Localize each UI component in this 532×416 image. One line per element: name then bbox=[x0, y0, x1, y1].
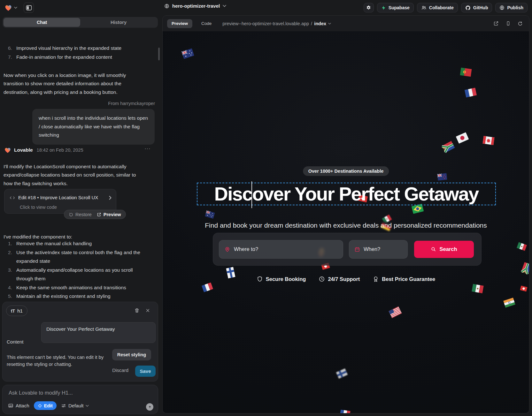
chat-thread: 6.Improved visual hierarchy in the expan… bbox=[0, 28, 160, 302]
sidebar-toggle-button[interactable] bbox=[24, 3, 34, 13]
hero-section: Over 1000+ Destinations Available Discov… bbox=[163, 31, 529, 413]
preview-viewport: Over 1000+ Destinations Available Discov… bbox=[163, 31, 529, 413]
styling-note: This element can't be styled. You can ed… bbox=[7, 354, 114, 368]
delete-element-button[interactable] bbox=[132, 306, 141, 315]
code-icon bbox=[10, 196, 15, 200]
supabase-button[interactable]: Supabase bbox=[377, 3, 414, 12]
composer-input[interactable] bbox=[8, 390, 149, 396]
search-card: Where to? When? Search bbox=[213, 233, 482, 266]
close-icon bbox=[145, 308, 150, 313]
logo-chevron-icon[interactable] bbox=[14, 7, 17, 9]
user-message-from: From harrymckayroper bbox=[108, 99, 155, 108]
feature-secure-booking: Secure Booking bbox=[257, 276, 306, 282]
topbar: hero-optimizer-travel Supabase bbox=[0, 0, 532, 15]
github-label: GitHub bbox=[473, 5, 488, 10]
feature-best-price: Best Price Guarantee bbox=[373, 276, 435, 282]
close-editor-button[interactable] bbox=[143, 306, 152, 315]
preview-url[interactable]: preview--hero-optimizer-travel.lovable.a… bbox=[222, 21, 331, 26]
collaborate-button[interactable]: Collaborate bbox=[417, 3, 458, 12]
chat-sidebar: Chat History 6.Improved visual hierarchy… bbox=[0, 15, 160, 416]
send-button[interactable] bbox=[146, 403, 153, 411]
message-menu-button[interactable]: ... bbox=[145, 143, 151, 152]
list-item: 5.Maintain all the existing content and … bbox=[8, 292, 149, 301]
github-button[interactable]: GitHub bbox=[461, 3, 492, 12]
chat-list-top: 6.Improved visual hierarchy in the expan… bbox=[8, 44, 149, 61]
chat-scrollbar[interactable] bbox=[158, 48, 160, 60]
calendar-icon bbox=[354, 246, 360, 252]
assistant-paragraph: Now when you click on a location image, … bbox=[4, 71, 141, 97]
list-item: 6.Improved visual hierarchy in the expan… bbox=[8, 44, 149, 53]
globe-icon bbox=[499, 5, 505, 10]
publish-label: Publish bbox=[507, 5, 523, 10]
feature-label: 24/7 Support bbox=[328, 276, 360, 282]
search-label: Search bbox=[439, 246, 457, 252]
assistant-paragraph: I'll modify the LocationScroll component… bbox=[4, 163, 141, 188]
tab-chat[interactable]: Chat bbox=[4, 18, 80, 27]
preview-panel: Preview Code preview--hero-optimizer-tra… bbox=[162, 15, 529, 413]
reset-styling-button[interactable]: Reset styling bbox=[112, 349, 151, 360]
settings-button[interactable] bbox=[364, 3, 374, 12]
open-in-new-tab-button[interactable] bbox=[493, 21, 499, 26]
preview-toolbar: Preview Code preview--hero-optimizer-tra… bbox=[163, 16, 529, 31]
save-button[interactable]: Save bbox=[135, 366, 156, 377]
lovable-heart-icon bbox=[4, 147, 11, 153]
supabase-bolt-icon bbox=[381, 5, 386, 10]
assistant-timestamp: 18:42 on Feb 20, 2025 bbox=[37, 146, 83, 155]
when-input[interactable]: When? bbox=[349, 240, 408, 259]
chevron-down-icon bbox=[328, 23, 331, 25]
chat-list-bottom: 1.Remove the manual click handling2.Use … bbox=[8, 239, 149, 301]
image-icon bbox=[8, 403, 13, 408]
edit-card-subtitle: Click to view code bbox=[20, 203, 57, 212]
where-to-input[interactable]: Where to? bbox=[219, 240, 343, 259]
hero-heading[interactable]: Discover Your Perfect Getaway bbox=[197, 183, 495, 205]
preview-code-button[interactable]: Preview bbox=[97, 212, 121, 217]
target-icon bbox=[38, 404, 42, 408]
text-caret bbox=[251, 181, 252, 208]
chevron-down-icon bbox=[86, 405, 89, 407]
attach-button[interactable]: Attach bbox=[8, 403, 29, 408]
chevron-right-icon bbox=[109, 196, 112, 200]
project-menu[interactable]: hero-optimizer-travel bbox=[164, 3, 226, 9]
preview-label: Preview bbox=[104, 212, 121, 217]
restore-icon bbox=[69, 212, 73, 217]
sliders-icon bbox=[61, 403, 66, 408]
gear-icon bbox=[366, 5, 371, 11]
assistant-name: Lovable bbox=[14, 146, 33, 155]
phone-icon bbox=[506, 21, 511, 26]
search-button[interactable]: Search bbox=[414, 241, 474, 258]
selected-element-outline[interactable]: Discover Your Perfect Getaway bbox=[197, 183, 496, 205]
github-icon bbox=[465, 5, 471, 11]
element-tag-label: h1 bbox=[17, 308, 23, 314]
publish-button[interactable]: Publish bbox=[495, 3, 528, 12]
edit-mode-button[interactable]: Edit bbox=[34, 401, 57, 410]
restore-button[interactable]: Restore bbox=[69, 212, 92, 217]
lovable-logo-icon[interactable] bbox=[4, 4, 12, 11]
clock-icon bbox=[319, 276, 325, 282]
feature-row: Secure Booking 24/7 Support Best Price G… bbox=[163, 276, 529, 282]
content-label: Content bbox=[7, 339, 24, 344]
tab-code[interactable]: Code bbox=[199, 21, 213, 26]
model-default-label: Default bbox=[68, 403, 84, 408]
url-separator: / bbox=[311, 21, 312, 26]
discard-button[interactable]: Discard bbox=[110, 367, 130, 373]
url-path: index bbox=[314, 21, 326, 26]
external-link-icon bbox=[97, 212, 101, 217]
lovable-app: hero-optimizer-travel Supabase bbox=[0, 0, 532, 416]
external-link-icon bbox=[493, 21, 499, 26]
where-to-placeholder: Where to? bbox=[234, 246, 258, 252]
tab-preview[interactable]: Preview bbox=[167, 19, 192, 28]
user-message-bubble: when i scroll into the individual locati… bbox=[32, 109, 155, 145]
refresh-button[interactable] bbox=[518, 21, 523, 26]
content-textarea[interactable]: Discover Your Perfect Getaway bbox=[41, 322, 156, 343]
model-default-button[interactable]: Default bbox=[61, 403, 89, 408]
attach-label: Attach bbox=[16, 403, 29, 408]
edit-mode-label: Edit bbox=[44, 403, 53, 408]
element-editor-panel: tT h1 Content Discover Your Perfect Geta… bbox=[2, 302, 158, 382]
trash-icon bbox=[134, 308, 140, 313]
element-tag-pill[interactable]: tT h1 bbox=[6, 306, 27, 316]
project-title: hero-optimizer-travel bbox=[172, 3, 220, 9]
mobile-view-button[interactable] bbox=[506, 21, 511, 26]
tab-history[interactable]: History bbox=[80, 18, 157, 27]
assistant-header: Lovable 18:42 on Feb 20, 2025 bbox=[4, 146, 83, 155]
location-pin-icon bbox=[224, 246, 230, 252]
